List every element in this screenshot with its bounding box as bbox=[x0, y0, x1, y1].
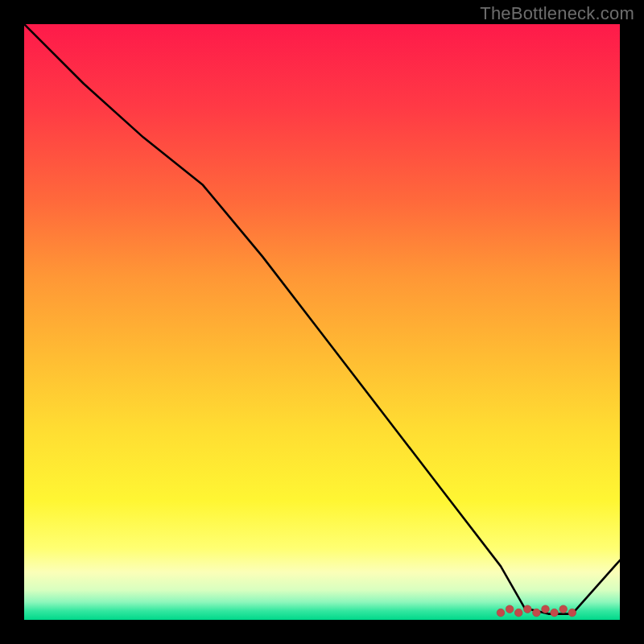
optimal-marker bbox=[542, 605, 550, 613]
optimal-marker bbox=[551, 609, 559, 617]
optimal-marker bbox=[506, 605, 514, 613]
optimal-marker bbox=[497, 609, 505, 617]
watermark-text: TheBottleneck.com bbox=[480, 3, 634, 24]
optimal-marker bbox=[533, 609, 541, 617]
optimal-marker bbox=[524, 605, 532, 613]
chart-frame: TheBottleneck.com bbox=[0, 0, 644, 644]
optimal-marker bbox=[568, 609, 576, 617]
optimal-marker bbox=[514, 609, 522, 617]
curve-svg bbox=[24, 24, 620, 620]
optimal-marker bbox=[559, 605, 568, 613]
plot-area bbox=[24, 24, 620, 620]
bottleneck-curve bbox=[24, 24, 620, 614]
